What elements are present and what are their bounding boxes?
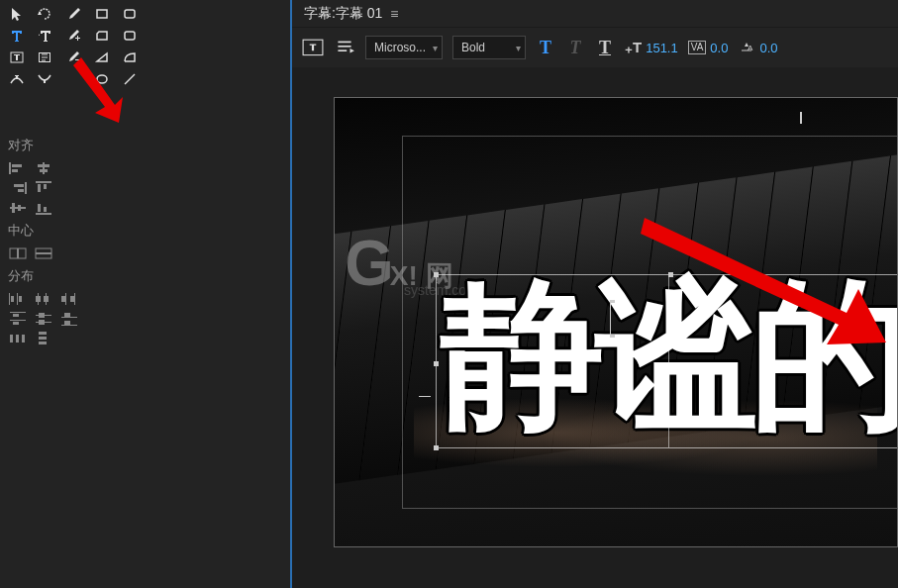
- svg-rect-45: [10, 312, 26, 313]
- svg-rect-26: [36, 213, 51, 215]
- svg-rect-44: [70, 296, 74, 302]
- distribute-v-space[interactable]: [34, 331, 53, 346]
- align-left[interactable]: [8, 160, 28, 176]
- roll-crawl-icon[interactable]: [334, 37, 355, 58]
- svg-rect-34: [11, 296, 14, 302]
- svg-rect-7: [125, 10, 135, 18]
- svg-rect-21: [38, 184, 41, 192]
- svg-rect-17: [25, 182, 27, 194]
- distribute-bottom[interactable]: [59, 311, 79, 327]
- center-h[interactable]: [8, 245, 28, 261]
- font-size-field[interactable]: ₊T 151.1: [625, 39, 678, 56]
- delete-anchor-tool[interactable]: [61, 48, 87, 67]
- distribute-right[interactable]: [59, 291, 79, 307]
- distribute-h-space[interactable]: [8, 331, 28, 346]
- selection-tool[interactable]: [4, 4, 30, 24]
- svg-rect-11: [9, 162, 11, 174]
- svg-rect-60: [39, 332, 47, 335]
- svg-rect-15: [38, 164, 50, 167]
- svg-rect-33: [9, 293, 10, 305]
- svg-rect-6: [97, 10, 107, 18]
- panel-menu-icon[interactable]: ≡: [390, 6, 398, 22]
- align-bottom[interactable]: [34, 200, 53, 216]
- svg-rect-47: [10, 320, 26, 321]
- rounded-clipped-tool[interactable]: [117, 26, 143, 46]
- svg-rect-43: [74, 293, 75, 305]
- distribute-h-center[interactable]: [34, 291, 53, 307]
- rounded-rectangle-tool[interactable]: [117, 4, 143, 24]
- align-right[interactable]: [8, 180, 28, 196]
- path-type-tool-alt[interactable]: [32, 69, 57, 89]
- pen-tool[interactable]: [61, 4, 87, 24]
- panel-header: 字幕:字幕 01 ≡: [292, 0, 898, 28]
- align-top[interactable]: [34, 180, 53, 196]
- svg-rect-38: [36, 296, 41, 302]
- type-tool[interactable]: [4, 26, 30, 46]
- center-section-label: 中心: [0, 218, 290, 244]
- vertical-type-tool[interactable]: [32, 26, 57, 46]
- arc-tool[interactable]: [117, 48, 143, 67]
- distribute-v-center[interactable]: [34, 311, 53, 327]
- svg-rect-35: [17, 293, 18, 305]
- rectangle-tool[interactable]: [89, 4, 115, 24]
- svg-rect-42: [61, 296, 65, 302]
- svg-rect-18: [14, 184, 24, 187]
- svg-rect-8: [75, 59, 80, 60]
- baseline-field[interactable]: A 0.0: [738, 39, 777, 57]
- svg-rect-58: [16, 335, 19, 343]
- distribute-top[interactable]: [8, 311, 28, 327]
- clipped-rectangle-tool[interactable]: [89, 26, 115, 46]
- svg-rect-32: [36, 252, 51, 254]
- italic-button[interactable]: T: [565, 38, 585, 58]
- wedge-tool[interactable]: [89, 48, 115, 67]
- svg-text:A: A: [748, 44, 753, 52]
- panel-title: 字幕:字幕 01: [304, 5, 382, 23]
- line-tool[interactable]: [117, 69, 143, 89]
- svg-rect-27: [38, 204, 41, 212]
- svg-rect-56: [64, 321, 70, 325]
- align-v-center[interactable]: [8, 200, 28, 216]
- svg-rect-46: [13, 314, 19, 317]
- svg-rect-22: [44, 184, 47, 189]
- svg-rect-57: [10, 335, 13, 343]
- font-family-dropdown[interactable]: Microso...: [365, 36, 443, 59]
- svg-rect-24: [12, 203, 15, 213]
- title-canvas[interactable]: GX! 网 system.com 静谧的: [292, 67, 898, 588]
- text-cursor-icon: [610, 300, 615, 338]
- center-v[interactable]: [34, 245, 53, 261]
- svg-line-10: [125, 74, 135, 84]
- svg-rect-62: [39, 342, 47, 344]
- svg-rect-25: [18, 205, 21, 211]
- font-weight-dropdown[interactable]: Bold: [452, 36, 526, 59]
- title-safe-icon[interactable]: [302, 37, 324, 58]
- svg-rect-61: [39, 337, 47, 340]
- svg-rect-12: [12, 164, 22, 167]
- area-type-tool[interactable]: [4, 48, 30, 67]
- ellipse-tool[interactable]: [89, 69, 115, 89]
- bold-button[interactable]: T: [536, 38, 555, 58]
- svg-rect-30: [17, 248, 19, 258]
- rotate-tool[interactable]: [32, 4, 57, 24]
- svg-point-9: [97, 75, 107, 83]
- tracking-field[interactable]: VA 0.0: [688, 41, 729, 55]
- svg-rect-59: [22, 335, 25, 343]
- svg-rect-55: [61, 325, 77, 326]
- svg-rect-19: [18, 189, 24, 192]
- svg-rect-13: [12, 169, 18, 172]
- path-type-tool[interactable]: [4, 69, 30, 89]
- align-h-center[interactable]: [34, 160, 53, 176]
- add-anchor-tool[interactable]: [61, 26, 87, 46]
- text-toolbar: Microso... Bold T T T ₊T 151.1 VA 0.0 A …: [292, 28, 898, 67]
- distribute-section-label: 分布: [0, 263, 290, 289]
- svg-rect-28: [44, 207, 47, 212]
- svg-rect-53: [61, 317, 77, 318]
- distribute-left[interactable]: [8, 291, 28, 307]
- svg-rect-20: [36, 181, 51, 183]
- svg-rect-52: [39, 320, 45, 325]
- area-vertical-type-tool[interactable]: [32, 48, 57, 67]
- underline-button[interactable]: T: [595, 38, 615, 58]
- text-selection-box: [436, 274, 898, 448]
- svg-rect-54: [64, 313, 70, 317]
- svg-rect-16: [40, 169, 48, 172]
- svg-rect-40: [44, 296, 49, 302]
